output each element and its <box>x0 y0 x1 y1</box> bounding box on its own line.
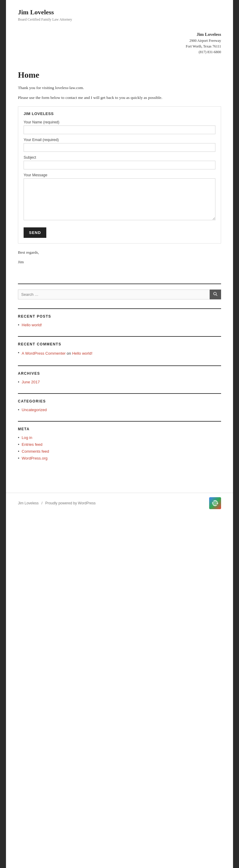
subject-field-group: Subject <box>24 155 215 169</box>
recent-comments-list: • A WordPress Commenter on Hello world! <box>18 350 221 356</box>
subject-input[interactable] <box>24 161 215 169</box>
footer-text: Jim Loveless / Proudly powered by WordPr… <box>18 501 96 505</box>
name-input[interactable] <box>24 125 215 134</box>
site-footer: Jim Loveless / Proudly powered by WordPr… <box>6 493 233 513</box>
letterhead: Jim Loveless 2900 Airport Freeway Fort W… <box>6 25 233 61</box>
contact-form: JIM LOVELESS Your Name (required) Your E… <box>18 106 221 244</box>
form-title: JIM LOVELESS <box>24 112 215 116</box>
send-button[interactable]: SEND <box>24 227 46 238</box>
archives-divider <box>18 365 221 366</box>
archives-list: • June 2017 <box>18 380 221 384</box>
list-item: • Log in <box>18 435 221 440</box>
list-item: • Hello world! <box>18 323 221 327</box>
comment-on-text: on <box>66 351 72 355</box>
closing-line2: Jim <box>18 258 221 266</box>
footer-powered-by: Proudly powered by WordPress <box>45 501 96 505</box>
bullet-icon: • <box>18 442 20 447</box>
bullet-icon: • <box>18 408 20 412</box>
closing-line1: Best regards, <box>18 249 221 256</box>
categories-heading: CATEGORIES <box>18 399 221 403</box>
search-input[interactable] <box>18 289 210 300</box>
search-icon <box>213 292 217 296</box>
recaptcha-icon <box>211 500 219 507</box>
meta-link-1[interactable]: Entries feed <box>22 442 42 447</box>
intro-text-1: Thank you for visiting loveless-law.com. <box>18 85 221 91</box>
meta-divider <box>18 421 221 422</box>
page-title: Home <box>18 70 221 80</box>
list-item: • WordPress.org <box>18 456 221 460</box>
site-title: Jim Loveless <box>18 8 221 16</box>
categories-list: • Uncategorized <box>18 408 221 412</box>
meta-link-2[interactable]: Comments feed <box>22 449 49 454</box>
site-tagline: Board Certified Family Law Attorney <box>18 17 221 22</box>
list-item: • Entries feed <box>18 442 221 447</box>
list-item: • Comments feed <box>18 449 221 454</box>
message-textarea[interactable] <box>24 178 215 220</box>
commenter-link[interactable]: A WordPress Commenter <box>22 351 66 355</box>
recent-post-link-0[interactable]: Hello world! <box>22 323 42 327</box>
archive-link-0[interactable]: June 2017 <box>22 380 40 384</box>
email-label: Your Email (required) <box>24 138 215 142</box>
recent-posts-divider <box>18 308 221 309</box>
bullet-icon: • <box>18 435 20 440</box>
category-link-0[interactable]: Uncategorized <box>22 408 47 412</box>
meta-link-0[interactable]: Log in <box>22 435 32 440</box>
comment-post-link[interactable]: Hello world! <box>72 351 92 355</box>
name-label: Your Name (required) <box>24 120 215 124</box>
meta-heading: META <box>18 427 221 431</box>
list-item: • A WordPress Commenter on Hello world! <box>18 350 221 356</box>
recent-posts-heading: RECENT POSTS <box>18 314 221 318</box>
bullet-icon: • <box>18 323 20 327</box>
search-widget <box>18 289 221 300</box>
bullet-icon: • <box>18 449 20 454</box>
bullet-icon: • <box>18 456 20 460</box>
list-item: • Uncategorized <box>18 408 221 412</box>
site-header: Jim Loveless Board Certified Family Law … <box>6 0 233 25</box>
letterhead-phone: (817) 831-6800 <box>18 49 221 55</box>
footer-separator: / <box>41 501 42 505</box>
search-button[interactable] <box>210 289 221 300</box>
closing-text: Best regards, Jim <box>18 249 221 266</box>
main-content: Home Thank you for visiting loveless-law… <box>6 61 233 275</box>
message-label: Your Message <box>24 173 215 177</box>
sidebar: RECENT POSTS • Hello world! RECENT COMME… <box>6 284 233 481</box>
message-field-group: Your Message <box>24 173 215 221</box>
letterhead-name: Jim Loveless <box>18 31 221 38</box>
meta-list: • Log in • Entries feed • Comments feed … <box>18 435 221 460</box>
recent-posts-list: • Hello world! <box>18 323 221 327</box>
subject-label: Subject <box>24 155 215 160</box>
svg-point-0 <box>214 292 216 295</box>
footer-site-link[interactable]: Jim Loveless <box>18 501 38 505</box>
letterhead-address1: 2900 Airport Freeway <box>18 38 221 43</box>
search-divider <box>18 284 221 284</box>
recaptcha-badge <box>209 497 221 509</box>
bullet-icon: • <box>18 350 20 355</box>
bullet-icon: • <box>18 380 20 384</box>
comment-item: A WordPress Commenter on Hello world! <box>22 350 93 356</box>
archives-heading: ARCHIVES <box>18 371 221 376</box>
svg-line-1 <box>216 294 217 296</box>
letterhead-address2: Fort Worth, Texas 76111 <box>18 43 221 49</box>
email-input[interactable] <box>24 143 215 152</box>
email-field-group: Your Email (required) <box>24 138 215 152</box>
recent-comments-heading: RECENT COMMENTS <box>18 342 221 346</box>
recent-comments-divider <box>18 336 221 337</box>
categories-divider <box>18 393 221 394</box>
meta-link-3[interactable]: WordPress.org <box>22 456 48 460</box>
intro-text-2: Please use the form below to contact me … <box>18 94 221 101</box>
list-item: • June 2017 <box>18 380 221 384</box>
name-field-group: Your Name (required) <box>24 120 215 134</box>
